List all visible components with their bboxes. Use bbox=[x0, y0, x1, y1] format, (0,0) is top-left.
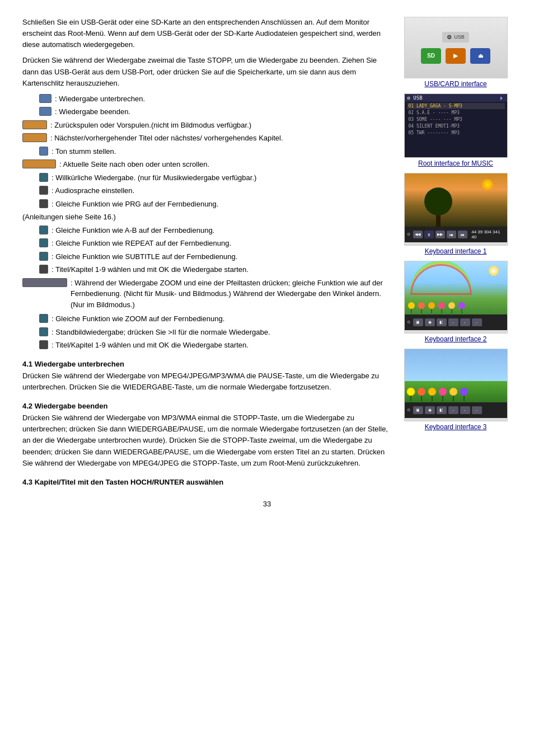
keyboard-2-label: Keyboard interface 2 bbox=[425, 335, 487, 343]
icon-row-ab: : Gleiche Funktion wie A-B auf der Fernb… bbox=[39, 225, 388, 236]
section-4-1-heading: 4.1 Wiedergabe unterbrechen bbox=[22, 360, 388, 368]
titel-label: : Titel/Kapitel 1-9 wählen und mit OK di… bbox=[51, 264, 249, 275]
icon-row-audio: : Audiosprache einstellen. bbox=[39, 185, 388, 196]
audio-icon bbox=[39, 186, 48, 195]
icon-row-titel: : Titel/Kapitel 1-9 wählen und mit OK di… bbox=[39, 264, 388, 275]
ab-icon bbox=[39, 226, 48, 234]
subtitle-icon bbox=[39, 252, 48, 261]
next-icon bbox=[22, 133, 47, 142]
keyboard-2-image: ⚙ ▣ ◉ ◧ ◦ ◦ ◦ bbox=[404, 261, 508, 334]
page-number: 33 bbox=[22, 500, 512, 508]
root-music-block: ⚙ USB ⏵ 01 LADY_GAGA - S-MP3 02 S.A.E - … bbox=[404, 93, 508, 167]
audio-label: : Audiosprache einstellen. bbox=[51, 185, 134, 196]
icon-row-repeat: : Gleiche Funktion wie REPEAT auf der Fe… bbox=[39, 238, 388, 249]
arrow-label: : Während der Wiedergabe ZOOM und eine d… bbox=[71, 278, 388, 311]
rewind-label: : Zurückspulen oder Vorspulen.(nicht im … bbox=[50, 120, 251, 131]
random-label: : Willkürliche Wiedergabe. (nur für Musi… bbox=[51, 172, 256, 184]
usb-card-label: USB/CARD interface bbox=[424, 80, 486, 88]
prg-label: : Gleiche Funktion wie PRG auf der Fernb… bbox=[51, 199, 218, 210]
left-content: Schließen Sie ein USB-Gerät oder eine SD… bbox=[22, 17, 400, 489]
keyboard-2-block: ⚙ ▣ ◉ ◧ ◦ ◦ ◦ Keyboard interface 2 bbox=[404, 261, 508, 343]
icon-row-stop: : Wiedergabe beenden. bbox=[39, 106, 388, 118]
prg-icon bbox=[39, 199, 48, 208]
mute-label: : Ton stumm stellen. bbox=[51, 146, 116, 157]
btn-orange: ▶ bbox=[446, 48, 466, 64]
ab-label: : Gleiche Funktion wie A-B auf der Fernb… bbox=[51, 225, 214, 236]
section-4-2-body: Drücken Sie während der Wiedergabe von M… bbox=[22, 412, 388, 469]
mute-icon bbox=[39, 147, 48, 156]
scroll-icon bbox=[22, 159, 56, 168]
root-music-label: Root interface for MUSIC bbox=[418, 159, 493, 167]
arrow-lr-icon bbox=[22, 278, 67, 287]
icon-row-mute: : Ton stumm stellen. bbox=[39, 146, 388, 157]
repeat-icon bbox=[39, 238, 48, 247]
icon-row-titel2: : Titel/Kapitel 1-9 wählen und mit OK di… bbox=[39, 340, 388, 351]
intro-para1: Schließen Sie ein USB-Gerät oder eine SD… bbox=[22, 17, 388, 50]
controls-bar-ki2: ⚙ ▣ ◉ ◧ ◦ ◦ ◦ bbox=[405, 314, 507, 330]
icon-row-pause: : Wiedergabe unterbrechen. bbox=[39, 93, 388, 105]
usb-card-block: ⚙ USB SD ▶ ⏏ USB/CARD interface bbox=[404, 17, 508, 88]
still-label: : Standbildwiedergabe; drücken Sie >II f… bbox=[51, 327, 270, 338]
svg-point-1 bbox=[424, 187, 452, 215]
icon-row-arrow: : Während der Wiedergabe ZOOM und eine d… bbox=[22, 278, 388, 311]
pause-icon bbox=[39, 94, 51, 103]
keyboard-3-block: ⚙ ▣ ◉ ◧ ◦ ◦ ◦ Keyboard interface 3 bbox=[404, 349, 508, 431]
stop-label: : Wiedergabe beenden. bbox=[55, 106, 130, 118]
titel2-label: : Titel/Kapitel 1-9 wählen und mit OK di… bbox=[51, 340, 249, 351]
titel-icon bbox=[39, 265, 48, 274]
btn-green: SD bbox=[421, 48, 441, 64]
controls-bar-ki1: ⚙ ◀◀ ⏸ ▶▶ ⏮ ⏭ 44 39 304 341 40 bbox=[405, 227, 507, 242]
usb-card-image: ⚙ USB SD ▶ ⏏ bbox=[404, 17, 508, 78]
keyboard-1-block: ⚙ ◀◀ ⏸ ▶▶ ⏮ ⏭ 44 39 304 341 40 Keyboard … bbox=[404, 173, 508, 255]
zoom-icon bbox=[39, 314, 48, 323]
titel2-icon bbox=[39, 340, 48, 349]
rewind-icon bbox=[22, 120, 47, 129]
section-4-1-body: Drücken Sie während der Wiedergabe von M… bbox=[22, 370, 388, 393]
icon-row-prg: : Gleiche Funktion wie PRG auf der Fernb… bbox=[39, 199, 388, 210]
section-4-3-heading: 4.3 Kapitel/Titel mit den Tasten HOCH/RU… bbox=[22, 478, 388, 486]
scroll-label: : Aktuelle Seite nach oben oder unten sc… bbox=[59, 159, 209, 170]
subtitle-label: : Gleiche Funktion wie SUBTITLE auf der … bbox=[51, 251, 237, 262]
right-sidebar: ⚙ USB SD ▶ ⏏ USB/CARD interface ⚙ USB ⏵ bbox=[400, 17, 512, 489]
btn-blue: ⏏ bbox=[470, 48, 490, 64]
keyboard-1-image: ⚙ ◀◀ ⏸ ▶▶ ⏮ ⏭ 44 39 304 341 40 bbox=[404, 173, 508, 246]
controls-bar-ki3: ⚙ ▣ ◉ ◧ ◦ ◦ ◦ bbox=[405, 402, 507, 418]
next-label: : Nächster/vorhergehender Titel oder näc… bbox=[50, 133, 283, 144]
pause-label: : Wiedergabe unterbrechen. bbox=[55, 93, 145, 105]
anleitungen-note: (Anleitungen siehe Seite 16.) bbox=[22, 212, 388, 223]
keyboard-3-image: ⚙ ▣ ◉ ◧ ◦ ◦ ◦ bbox=[404, 349, 508, 421]
icon-row-still: : Standbildwiedergabe; drücken Sie >II f… bbox=[39, 327, 388, 338]
icon-row-random: : Willkürliche Wiedergabe. (nur für Musi… bbox=[39, 172, 388, 184]
keyboard-3-label: Keyboard interface 3 bbox=[425, 423, 487, 431]
intro-para2: Drücken Sie während der Wiedergabe zweim… bbox=[22, 55, 388, 88]
root-music-image: ⚙ USB ⏵ 01 LADY_GAGA - S-MP3 02 S.A.E - … bbox=[404, 93, 508, 158]
icon-row-subtitle: : Gleiche Funktion wie SUBTITLE auf der … bbox=[39, 251, 388, 262]
icon-row-rewind: : Zurückspulen oder Vorspulen.(nicht im … bbox=[22, 120, 388, 131]
still-icon bbox=[39, 327, 48, 336]
keyboard-1-label: Keyboard interface 1 bbox=[425, 247, 487, 255]
zoom-label: : Gleiche Funktion wie ZOOM auf der Fern… bbox=[51, 313, 224, 325]
random-icon bbox=[39, 173, 48, 182]
repeat-label: : Gleiche Funktion wie REPEAT auf der Fe… bbox=[51, 238, 231, 249]
section-4-2-heading: 4.2 Wiedergabe beenden bbox=[22, 402, 388, 410]
icon-row-next: : Nächster/vorhergehender Titel oder näc… bbox=[22, 133, 388, 144]
icon-row-scroll: : Aktuelle Seite nach oben oder unten sc… bbox=[22, 159, 388, 170]
stop-icon bbox=[39, 107, 51, 116]
icon-row-zoom: : Gleiche Funktion wie ZOOM auf der Fern… bbox=[39, 313, 388, 325]
